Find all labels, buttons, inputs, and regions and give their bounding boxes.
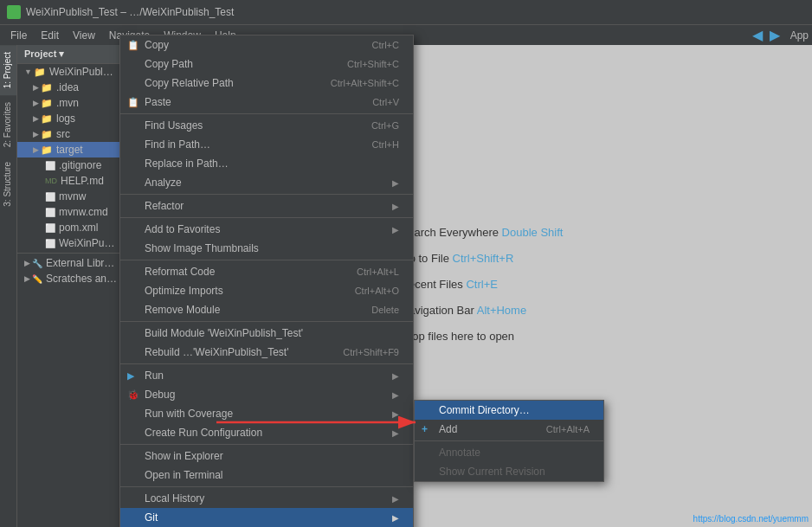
mvnw-label: mvnw — [59, 190, 86, 202]
scratches-icon: ✏️ — [32, 274, 42, 284]
menu-item-localhistory[interactable]: Local History ▶ — [120, 489, 413, 508]
menu-item-copypath[interactable]: Copy Path Ctrl+Shift+C — [120, 55, 413, 74]
sidebar-tab-structure[interactable]: 3: Structure — [0, 155, 16, 214]
hint-navbar: Navigation Bar Alt+Home — [401, 299, 564, 322]
runwithcoverage-arrow: ▶ — [392, 409, 399, 419]
external-icon: 🔧 — [32, 259, 42, 268]
add-shortcut: Ctrl+Alt+A — [546, 424, 590, 434]
copy-shortcut: Ctrl+C — [372, 40, 399, 50]
menu-item-buildmodule[interactable]: Build Module 'WeiXinPublish_Test' — [120, 324, 413, 343]
editor-hints: Search Everywhere Double Shift Go to Fil… — [401, 222, 564, 351]
sidebar-tab-favorites[interactable]: 2: Favorites — [0, 95, 16, 154]
menu-file[interactable]: File — [3, 28, 34, 43]
menu-item-git[interactable]: Git ▶ — [120, 508, 413, 527]
menu-item-analyze[interactable]: Analyze ▶ — [120, 173, 413, 192]
gitignore-label: .gitignore — [59, 159, 101, 171]
menu-item-copyrelpath-label: Copy Relative Path — [145, 77, 234, 89]
menu-edit[interactable]: Edit — [34, 28, 66, 43]
hint-recent: Recent Files Ctrl+E — [401, 273, 564, 296]
title-bar-text: WeiXinPublish_Test – …/WeiXinPublish_Tes… — [26, 6, 234, 18]
menu-view[interactable]: View — [66, 28, 102, 43]
hint-drop: Drop files here to open — [401, 325, 564, 348]
menu-item-optimizeimports[interactable]: Optimize Imports Ctrl+Alt+O — [120, 281, 413, 300]
root-label: WeiXinPubl… — [49, 66, 113, 78]
menu-item-copy[interactable]: 📋 Copy Ctrl+C — [120, 35, 413, 55]
sep2 — [120, 194, 413, 195]
showinexplorer-label: Show in Explorer — [145, 450, 223, 462]
removemodule-shortcut: Delete — [371, 305, 399, 315]
weixinpu-icon: ⬜ — [45, 239, 55, 248]
replaceinpath-label: Replace in Path… — [145, 157, 229, 170]
paste-icon: 📋 — [127, 97, 139, 108]
addtofav-arrow: ▶ — [392, 225, 399, 235]
mvn-folder-icon: 📁 — [41, 98, 53, 109]
menu-item-showthumbs[interactable]: Show Image Thumbnails — [120, 239, 413, 258]
idea-label: .idea — [56, 81, 79, 93]
target-expand: ▶ — [33, 145, 39, 154]
run-icon: ▶ — [127, 370, 134, 382]
run-label: Run — [145, 370, 164, 382]
hint-search-shortcut: Double Shift — [502, 226, 564, 239]
createrun-label: Create Run Configuration — [145, 427, 262, 439]
hint-goto-shortcut: Ctrl+Shift+R — [453, 252, 514, 265]
sidebar-tabs: 1: Project 2: Favorites 3: Structure — [0, 45, 17, 527]
localhistory-label: Local History — [145, 492, 204, 505]
menu-item-reformat[interactable]: Reformat Code Ctrl+Alt+L — [120, 262, 413, 281]
src-label: src — [56, 128, 70, 140]
menu-item-runwithcoverage[interactable]: Run with Coverage ▶ — [120, 404, 413, 423]
nav-forward-button[interactable]: ▶ — [770, 27, 780, 43]
removemodule-label: Remove Module — [145, 304, 220, 316]
createrun-arrow: ▶ — [392, 428, 399, 438]
menu-item-addtofav[interactable]: Add to Favorites ▶ — [120, 220, 413, 239]
commit-label: Commit Directory… — [439, 404, 530, 416]
external-expand: ▶ — [24, 259, 30, 267]
refactor-arrow: ▶ — [392, 202, 399, 211]
idea-expand: ▶ — [33, 83, 39, 92]
hint-search: Search Everywhere Double Shift — [401, 222, 564, 244]
menu-item-copyrelpath[interactable]: Copy Relative Path Ctrl+Alt+Shift+C — [120, 74, 413, 93]
menu-item-replaceinpath[interactable]: Replace in Path… — [120, 154, 413, 173]
menu-item-rebuild[interactable]: Rebuild …'WeiXinPublish_Test' Ctrl+Shift… — [120, 343, 413, 362]
copy-icon: 📋 — [127, 40, 139, 51]
mvnwcmd-icon: ⬜ — [45, 208, 55, 217]
findusages-shortcut: Ctrl+G — [371, 120, 399, 131]
paste-shortcut: Ctrl+V — [372, 97, 399, 107]
menu-item-findusages[interactable]: Find Usages Ctrl+G — [120, 116, 413, 135]
scratches-expand: ▶ — [24, 274, 30, 283]
menu-item-createrun[interactable]: Create Run Configuration ▶ — [120, 423, 413, 442]
watermark: https://blog.csdn.net/yuemmm — [693, 514, 809, 524]
hint-goto: Go to File Ctrl+Shift+R — [401, 247, 564, 270]
analyze-label: Analyze — [145, 177, 182, 189]
panel-header-title: Project ▾ — [24, 48, 64, 60]
menu-item-paste[interactable]: 📋 Paste Ctrl+V — [120, 93, 413, 112]
menu-item-debug[interactable]: 🐞 Debug ▶ — [120, 385, 413, 404]
menu-item-openinterminal[interactable]: Open in Terminal — [120, 466, 413, 485]
submenu-commit[interactable]: Commit Directory… — [415, 401, 603, 420]
copyrelpath-shortcut: Ctrl+Alt+Shift+C — [331, 78, 399, 88]
sep4 — [120, 260, 413, 260]
menu-item-copy-label: Copy — [145, 39, 169, 51]
debug-icon: 🐞 — [127, 389, 139, 401]
menu-item-refactor[interactable]: Refactor ▶ — [120, 196, 413, 215]
src-folder-icon: 📁 — [41, 129, 53, 140]
nav-back-button[interactable]: ◀ — [752, 27, 763, 43]
showthumbs-label: Show Image Thumbnails — [145, 242, 259, 254]
addtofav-label: Add to Favorites — [145, 223, 220, 235]
menu-item-findinpath[interactable]: Find in Path… Ctrl+H — [120, 135, 413, 154]
submenu-add[interactable]: + Add Ctrl+Alt+A — [415, 420, 603, 439]
menu-item-removemodule[interactable]: Remove Module Delete — [120, 300, 413, 319]
sep1 — [120, 113, 413, 114]
analyze-arrow: ▶ — [392, 178, 399, 188]
reformat-label: Reformat Code — [145, 266, 215, 278]
optimizeimports-label: Optimize Imports — [145, 285, 223, 297]
pomxml-icon: ⬜ — [45, 223, 55, 233]
menu-item-showinexplorer[interactable]: Show in Explorer — [120, 447, 413, 466]
sidebar-tab-project[interactable]: 1: Project — [0, 45, 16, 95]
hint-search-label: Search Everywhere — [401, 226, 502, 239]
rebuild-label: Rebuild …'WeiXinPublish_Test' — [145, 346, 288, 358]
root-folder-icon: 📁 — [34, 67, 46, 78]
menu-item-run[interactable]: ▶ Run ▶ — [120, 366, 413, 385]
git-submenu: Commit Directory… + Add Ctrl+Alt+A Annot… — [414, 400, 604, 482]
git-label: Git — [145, 511, 158, 524]
showcurrentrevision-label: Show Current Revision — [439, 466, 545, 478]
